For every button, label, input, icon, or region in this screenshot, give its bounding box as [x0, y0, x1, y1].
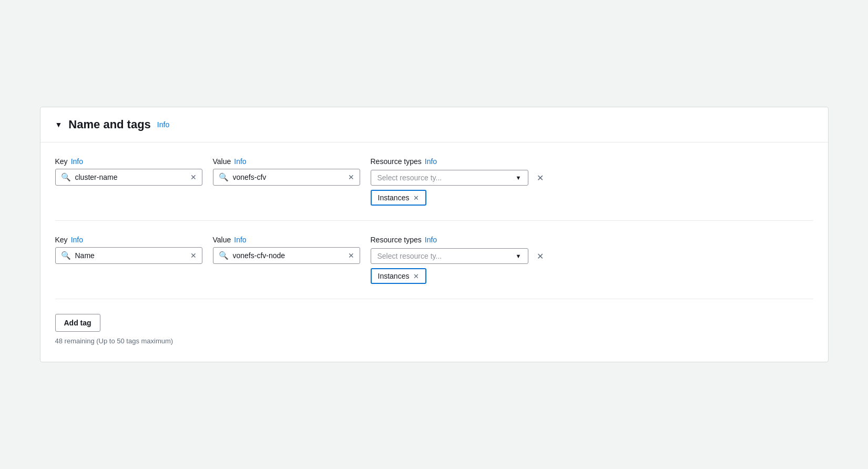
add-tag-section: Add tag 48 remaining (Up to 50 tags maxi… — [55, 314, 813, 345]
add-tag-button[interactable]: Add tag — [55, 314, 100, 332]
value-info-link-1[interactable]: Info — [234, 157, 246, 166]
resource-label-1: Resource types Info — [371, 157, 546, 166]
remaining-text: 48 remaining (Up to 50 tags maximum) — [55, 337, 813, 345]
value-clear-icon-2[interactable]: ✕ — [348, 251, 354, 260]
resource-placeholder-2: Select resource ty... — [377, 252, 512, 260]
resource-type-group-2: Resource types Info Select resource ty..… — [371, 236, 546, 284]
name-and-tags-panel: ▼ Name and tags Info Key Info 🔍 ✕ — [40, 107, 829, 362]
key-input-2[interactable] — [75, 251, 186, 260]
key-info-link-2[interactable]: Info — [71, 236, 83, 244]
instances-chip-2: Instances ✕ — [371, 268, 427, 284]
instances-chip-remove-2[interactable]: ✕ — [413, 272, 419, 280]
key-input-wrapper-2: 🔍 ✕ — [55, 247, 202, 264]
value-search-icon-2: 🔍 — [219, 251, 229, 260]
instances-chip-1: Instances ✕ — [371, 190, 427, 206]
value-info-link-2[interactable]: Info — [234, 236, 246, 244]
resource-select-dropdown-2[interactable]: Select resource ty... ▼ — [371, 248, 528, 264]
value-clear-icon-1[interactable]: ✕ — [348, 173, 354, 181]
value-input-1[interactable] — [233, 173, 344, 181]
row-delete-icon-2[interactable]: ✕ — [535, 249, 546, 263]
key-info-link-1[interactable]: Info — [71, 157, 83, 166]
value-label-1: Value Info — [213, 157, 360, 166]
resource-label-2: Resource types Info — [371, 236, 546, 244]
value-field-group-2: Value Info 🔍 ✕ — [213, 236, 360, 264]
tag-chips-1: Instances ✕ — [371, 190, 546, 206]
panel-info-link[interactable]: Info — [157, 120, 169, 129]
resource-info-link-2[interactable]: Info — [425, 236, 437, 244]
collapse-icon[interactable]: ▼ — [55, 120, 63, 129]
value-input-2[interactable] — [233, 251, 344, 260]
row-delete-icon-1[interactable]: ✕ — [535, 171, 546, 185]
resource-type-group-1: Resource types Info Select resource ty..… — [371, 157, 546, 206]
tag-fields-1: Key Info 🔍 ✕ Value Info — [55, 157, 813, 206]
key-field-group-1: Key Info 🔍 ✕ — [55, 157, 202, 186]
instances-chip-remove-1[interactable]: ✕ — [413, 194, 419, 202]
key-clear-icon-1[interactable]: ✕ — [190, 173, 197, 181]
resource-info-link-1[interactable]: Info — [425, 157, 437, 166]
resource-select-row-2: Select resource ty... ▼ ✕ — [371, 248, 546, 264]
key-label-1: Key Info — [55, 157, 202, 166]
value-input-wrapper-2: 🔍 ✕ — [213, 247, 360, 264]
resource-dropdown-arrow-2: ▼ — [516, 253, 522, 259]
resource-placeholder-1: Select resource ty... — [377, 174, 512, 182]
key-input-wrapper-1: 🔍 ✕ — [55, 169, 202, 186]
key-clear-icon-2[interactable]: ✕ — [190, 251, 197, 260]
tag-chips-2: Instances ✕ — [371, 268, 546, 284]
key-search-icon-2: 🔍 — [61, 251, 71, 260]
value-input-wrapper-1: 🔍 ✕ — [213, 169, 360, 186]
key-search-icon-1: 🔍 — [61, 172, 71, 182]
value-field-group-1: Value Info 🔍 ✕ — [213, 157, 360, 186]
panel-header: ▼ Name and tags Info — [40, 107, 828, 142]
panel-title: Name and tags — [68, 118, 151, 131]
tag-row-2: Key Info 🔍 ✕ Value Info — [55, 236, 813, 299]
resource-select-dropdown-1[interactable]: Select resource ty... ▼ — [371, 170, 528, 186]
key-input-1[interactable] — [75, 173, 186, 181]
resource-select-row-1: Select resource ty... ▼ ✕ — [371, 170, 546, 186]
instances-chip-label-1: Instances — [378, 193, 410, 202]
resource-dropdown-arrow-1: ▼ — [516, 175, 522, 181]
tag-fields-2: Key Info 🔍 ✕ Value Info — [55, 236, 813, 284]
panel-body: Key Info 🔍 ✕ Value Info — [40, 142, 828, 362]
value-search-icon-1: 🔍 — [219, 172, 229, 182]
instances-chip-label-2: Instances — [378, 272, 410, 280]
key-label-2: Key Info — [55, 236, 202, 244]
value-label-2: Value Info — [213, 236, 360, 244]
key-field-group-2: Key Info 🔍 ✕ — [55, 236, 202, 264]
tag-row-1: Key Info 🔍 ✕ Value Info — [55, 157, 813, 221]
